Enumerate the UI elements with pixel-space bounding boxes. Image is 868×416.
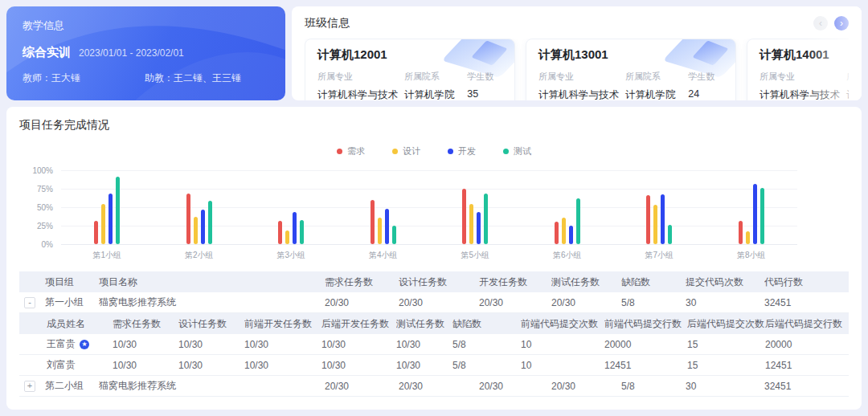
bar-cluster[interactable] [186,170,212,244]
cell: 设计任务数 [399,275,479,289]
cell: 5/8 [452,360,521,371]
class-name: 计算机12001 [317,47,502,63]
x-axis-category-label: 第5小组 [461,250,489,261]
bar-设计[interactable] [378,218,382,244]
bar-设计[interactable] [469,204,473,244]
bar-cluster[interactable] [94,170,120,244]
cell: 12451 [604,360,687,371]
bar-需求[interactable] [646,195,650,244]
bar-设计[interactable] [746,231,750,244]
chart-group: 第6小组 [555,170,580,244]
bar-需求[interactable] [739,221,743,244]
y-axis-tick-label: 0% [42,240,53,249]
field-value: 计算机学院 [625,88,688,100]
cell: 20/30 [325,297,399,308]
cell: 10/30 [178,360,244,371]
x-axis-category-label: 第1小组 [92,250,121,261]
chart-group: 第7小组 [646,170,672,244]
bar-设计[interactable] [653,205,657,244]
cell: 32451 [764,297,849,308]
cell: 第二小组 [45,379,99,393]
bar-cluster[interactable] [462,170,488,244]
class-field: 所属专业计算机科学与技术 [538,71,625,100]
bar-开发[interactable] [753,184,757,244]
top-row: 教学信息 综合实训 2023/01/01 - 2023/02/01 教师：王大锤… [0,0,868,100]
bar-cluster[interactable] [371,170,396,244]
bar-开发[interactable] [477,212,481,244]
chart-group: 第3小组 [278,170,304,244]
cell: 10 [521,339,604,350]
expand-toggle[interactable]: + [24,381,35,392]
field-value: 35 [467,88,502,100]
chart-group: 第8小组 [739,170,764,244]
bar-设计[interactable] [285,230,289,244]
class-field: 所属院系计算机学院 [625,71,688,100]
class-card-fields: 所属专业计算机科学与技术所属院系计算机学院学生数24 [538,71,723,100]
chart-group: 第1小组 [94,170,120,244]
y-axis-tick-label: 75% [37,185,53,194]
cell: 开发任务数 [479,275,551,289]
legend-label: 设计 [403,145,420,157]
chart-group: 第5小组 [462,170,488,244]
legend-item-需求[interactable]: 需求 [337,145,365,157]
bar-测试[interactable] [576,198,580,244]
bar-开发[interactable] [569,226,573,244]
bar-开发[interactable] [661,194,665,244]
expand-cell: + [19,381,45,392]
bar-开发[interactable] [201,210,205,244]
member-row: 刘富贵10/3010/3010/3010/3010/305/8101245115… [19,355,849,376]
bar-cluster[interactable] [555,170,580,244]
bar-需求[interactable] [555,222,559,244]
cell: 20/30 [325,381,399,392]
expand-toggle[interactable]: - [24,297,35,308]
class-field: 所属院系计算机学院 [404,71,467,100]
bar-设计[interactable] [194,217,198,244]
bar-开发[interactable] [385,209,389,244]
cell: 10/30 [113,360,178,371]
carousel-next-button[interactable]: › [834,16,849,31]
bar-需求[interactable] [94,221,98,244]
bar-需求[interactable] [278,221,282,244]
bar-测试[interactable] [116,177,120,244]
legend-color-dot [337,149,342,154]
bar-测试[interactable] [208,201,212,244]
bar-cluster[interactable] [646,170,672,244]
bar-测试[interactable] [760,188,764,244]
x-axis-category-label: 第4小组 [369,250,398,261]
class-field: 学生数24 [688,71,723,100]
legend-item-开发[interactable]: 开发 [448,145,476,157]
class-name: 计算机13001 [538,47,723,63]
carousel-prev-button[interactable]: ‹ [813,16,828,31]
bar-cluster[interactable] [278,170,304,244]
class-card-fields: 所属专业计算机科学与技术所属院系计算机学院学生数35 [317,71,502,100]
bar-开发[interactable] [108,194,113,244]
y-axis-tick-label: 25% [37,222,53,230]
bar-设计[interactable] [101,204,105,244]
bar-需求[interactable] [462,189,466,244]
field-label: 所属院系 [625,71,688,83]
group-row: -第一小组猫窝电影推荐系统20/3020/3020/3020/305/83032… [19,292,849,313]
bar-测试[interactable] [484,194,488,244]
bar-cluster[interactable] [739,170,764,244]
cell: 成员姓名 [47,317,113,331]
legend-item-测试[interactable]: 测试 [503,145,531,157]
field-label: 所属院系 [404,71,467,83]
chart-group: 第4小组 [371,170,396,244]
legend-color-dot [392,149,398,154]
bar-需求[interactable] [371,200,375,244]
bar-测试[interactable] [392,226,396,244]
cell: 30 [686,297,764,308]
bar-开发[interactable] [293,212,297,244]
cell: 12451 [765,360,847,371]
bar-测试[interactable] [668,225,672,244]
chevron-right-icon: › [840,18,843,28]
bar-测试[interactable] [300,220,304,244]
cell: 10/30 [244,339,321,350]
legend-item-设计[interactable]: 设计 [392,145,420,157]
class-card: 计算机12001所属专业计算机科学与技术所属院系计算机学院学生数35 [305,39,515,100]
chart-groups: 第1小组第2小组第3小组第4小组第5小组第6小组第7小组第8小组 [61,170,797,244]
bar-需求[interactable] [186,194,190,244]
bar-设计[interactable] [562,218,566,244]
cell: 10/30 [321,360,396,371]
class-card-fields: 所属专业计算机科学与技术所属院系计算机学院 [760,71,849,100]
